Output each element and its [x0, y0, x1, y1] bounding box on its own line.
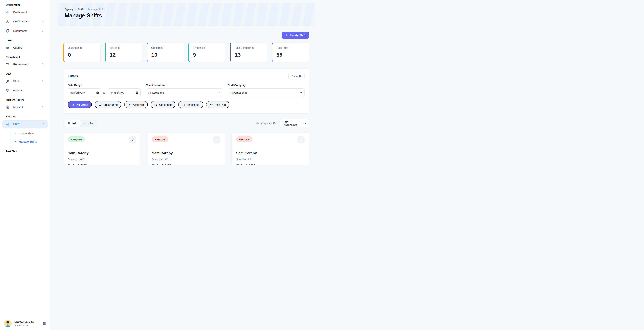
sidebar-item-recruitment[interactable]: Recruitment — [2, 60, 48, 68]
chevron-right-icon — [42, 63, 44, 66]
documents-icon — [6, 29, 10, 33]
sidebar-item-clients[interactable]: Clients — [2, 44, 48, 52]
chip-assigned[interactable]: Assigned — [124, 101, 148, 108]
plus-icon — [285, 34, 288, 37]
sidebar-item-profile-setup[interactable]: Profile Setup — [2, 18, 48, 26]
kebab-icon — [131, 138, 134, 141]
content-area: Create Shift Unassigned 0 Assigned 12 Co… — [63, 32, 309, 165]
calendar-icon — [152, 164, 155, 165]
sidebar-item-label: Recruitment — [13, 63, 28, 66]
shift-staff-name: Sam Careby — [236, 151, 304, 155]
stat-card-confirmed: Confirmed 10 — [146, 42, 184, 62]
sidebar-section-client: Client — [0, 36, 50, 43]
card-menu-button[interactable] — [213, 136, 220, 144]
calendar-icon[interactable] — [96, 91, 99, 94]
client-location-label: Client Location — [146, 84, 223, 87]
stat-value: 13 — [235, 52, 263, 58]
shift-card[interactable]: Assigned Sam Careby Scareby Hall1 Jan 6,… — [63, 132, 141, 165]
sort-select[interactable]: Date (Ascending) — [280, 119, 309, 128]
shift-card[interactable]: Past Due Sam Careby Scareby Hall1 Jan 7,… — [147, 132, 225, 165]
chevron-right-icon — [42, 20, 44, 23]
list-view-button[interactable]: List — [81, 120, 96, 126]
grid-view-button[interactable]: Grid — [64, 120, 81, 126]
staff-category-field: Staff Category All Categories — [228, 84, 304, 97]
card-menu-button[interactable] — [298, 136, 304, 144]
chevron-down-icon — [42, 122, 44, 126]
submenu-item-manage-shifts[interactable]: Manage Shifts — [10, 138, 50, 146]
sidebar-item-groups[interactable]: Groups — [2, 86, 48, 94]
staff-category-select[interactable]: All Categories — [228, 88, 304, 97]
client-location-select[interactable]: All Locations — [146, 88, 223, 97]
shift-card[interactable]: Past Due Sam Careby Scareby Hall1 Jan 8,… — [232, 132, 309, 165]
document-icon — [182, 103, 185, 106]
shift-card-body: Sam Careby Scareby Hall1 Jan 8, 2025 — [232, 147, 309, 165]
sort-value: Date (Ascending) — [283, 120, 302, 126]
stat-value: 10 — [151, 52, 180, 58]
sidebar-item-staff[interactable]: Staff — [2, 77, 48, 85]
filters-title: Filters — [68, 74, 78, 78]
stat-card-total-shifts: Total Shifts 35 — [272, 42, 309, 62]
view-controls: Grid List Showing 35 shifts Date (Ascend… — [63, 119, 309, 128]
date-range-field: Date Range to — [68, 84, 140, 97]
sidebar-item-dashboard[interactable]: Dashboard — [2, 8, 48, 16]
chip-all-shifts[interactable]: All Shifts — [68, 101, 92, 108]
staff-icon — [6, 79, 10, 83]
chip-past-due[interactable]: Past Due — [206, 101, 230, 108]
dashboard-icon — [6, 10, 10, 14]
shift-card-body: Sam Careby Scareby Hall1 Jan 7, 2025 — [148, 147, 224, 165]
bullet-dot — [15, 141, 16, 142]
submenu-item-create-shifts[interactable]: Create Shifts — [10, 130, 50, 138]
page-title: Manage Shifts — [65, 12, 308, 19]
chip-timesheet[interactable]: Timesheet — [178, 101, 203, 108]
breadcrumb-shift[interactable]: Shift — [78, 8, 84, 11]
sidebar: Organization Dashboard Profile Setup Doc… — [0, 0, 50, 165]
profile-setup-icon — [6, 20, 10, 24]
page-header: Agency › Shift › Manage Shifts Manage Sh… — [58, 3, 315, 26]
chevron-down-icon — [304, 122, 307, 125]
sidebar-item-incident[interactable]: Incident — [2, 103, 48, 111]
shift-date: Jan 7, 2025 — [157, 164, 171, 165]
shift-date-row: Jan 8, 2025 — [236, 164, 304, 165]
chip-unassigned[interactable]: Unassigned — [95, 101, 121, 108]
date-range-label: Date Range — [68, 84, 140, 87]
status-badge: Past Due — [152, 136, 168, 142]
shift-submenu: Create Shifts Manage Shifts — [10, 130, 50, 146]
kebab-icon — [300, 138, 302, 141]
create-shift-button[interactable]: Create Shift — [282, 32, 309, 39]
stat-label: Timesheet — [193, 46, 222, 49]
sidebar-item-label: Shift — [13, 122, 20, 126]
sidebar-item-label: Documents — [13, 29, 27, 32]
shift-card-header: Assigned — [64, 133, 140, 147]
stat-label: Confirmed — [151, 46, 180, 49]
sidebar-item-shift[interactable]: Shift — [2, 120, 48, 128]
chevron-right-icon — [42, 106, 44, 108]
view-right: Showing 35 shifts Date (Ascending) — [256, 119, 309, 128]
actions-row: Create Shift — [63, 32, 309, 39]
alert-clock-icon — [98, 103, 102, 106]
calendar-icon[interactable] — [136, 91, 138, 94]
client-location-value: All Locations — [148, 91, 164, 94]
start-date-wrap — [68, 88, 101, 97]
list-view-label: List — [88, 122, 93, 125]
sidebar-item-documents[interactable]: Documents — [2, 27, 48, 35]
breadcrumb-agency[interactable]: Agency — [65, 8, 73, 11]
stat-card-assigned: Assigned 12 — [105, 42, 142, 62]
client-location-field: Client Location All Locations — [146, 84, 223, 97]
clear-all-button[interactable]: Clear All — [288, 73, 304, 80]
stat-card-past-unassigned: Past Unassigned 13 — [230, 42, 268, 62]
recruitment-icon — [6, 62, 10, 66]
chevron-down-icon — [300, 91, 302, 94]
shift-location: Scareby Hall1 — [68, 158, 136, 161]
shift-staff-name: Sam Careby — [68, 151, 136, 155]
chevron-right-icon — [42, 30, 44, 32]
chevron-down-icon — [218, 91, 220, 94]
shift-date-row: Jan 6, 2025 — [68, 164, 136, 165]
chip-label: Timesheet — [187, 103, 199, 106]
stats-row: Unassigned 0 Assigned 12 Confirmed 10 Ti… — [63, 42, 309, 62]
card-menu-button[interactable] — [129, 136, 136, 144]
search-icon — [72, 103, 74, 106]
sidebar-section-incident-report: Incident Report — [0, 96, 50, 103]
chip-confirmed[interactable]: Confirmed — [150, 101, 176, 108]
breadcrumb-separator: › — [86, 8, 86, 11]
shift-date: Jan 6, 2025 — [72, 164, 86, 165]
